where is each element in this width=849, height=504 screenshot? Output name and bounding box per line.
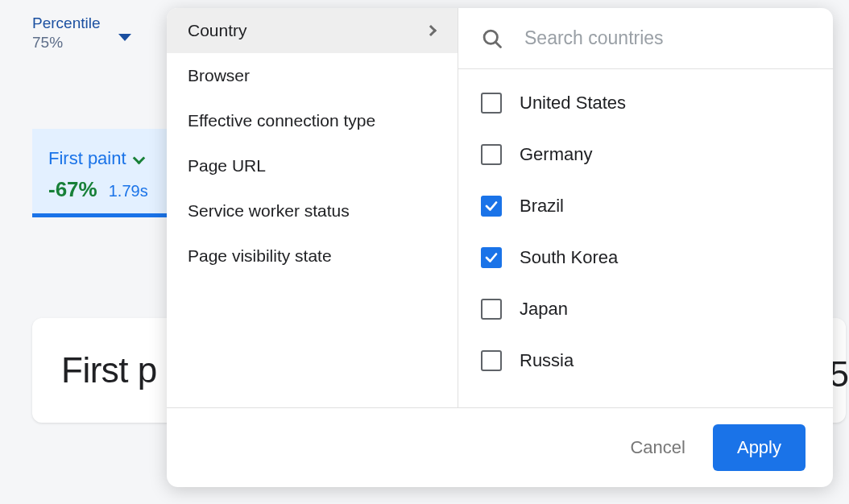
metric-time: 1.79s xyxy=(109,182,148,200)
cancel-button[interactable]: Cancel xyxy=(630,437,685,458)
filter-category-item[interactable]: Effective connection type xyxy=(167,98,458,143)
chevron-right-icon xyxy=(425,25,437,36)
apply-button[interactable]: Apply xyxy=(713,424,806,471)
metric-delta: -67% xyxy=(48,177,97,202)
filter-category-label: Browser xyxy=(188,66,250,85)
trend-down-icon xyxy=(133,152,146,165)
search-row xyxy=(458,8,833,69)
filter-category-label: Service worker status xyxy=(188,201,350,221)
filter-category-item[interactable]: Page visibility state xyxy=(167,233,458,279)
search-icon xyxy=(481,27,503,50)
filter-category-item[interactable]: Browser xyxy=(167,53,458,98)
metric-title: First paint xyxy=(48,148,126,168)
search-input[interactable] xyxy=(524,27,810,49)
filter-category-list: CountryBrowserEffective connection typeP… xyxy=(167,8,458,407)
checkbox[interactable] xyxy=(481,144,502,165)
filter-category-item[interactable]: Country xyxy=(167,8,458,53)
filter-option[interactable]: United States xyxy=(481,77,833,129)
filter-option-label: Russia xyxy=(520,350,574,371)
filter-category-item[interactable]: Service worker status xyxy=(167,188,458,233)
filter-panel: CountryBrowserEffective connection typeP… xyxy=(167,8,833,487)
filter-option[interactable]: Russia xyxy=(481,335,833,386)
filter-option[interactable]: Brazil xyxy=(481,180,833,232)
percentile-label: Percentile xyxy=(32,14,101,32)
checkbox[interactable] xyxy=(481,350,502,371)
filter-option-label: Germany xyxy=(520,144,592,165)
filter-option[interactable]: South Korea xyxy=(481,232,833,283)
checkbox[interactable] xyxy=(481,247,502,268)
caret-down-icon xyxy=(118,34,131,41)
checkbox[interactable] xyxy=(481,299,502,320)
filter-values-pane: United StatesGermanyBrazilSouth KoreaJap… xyxy=(458,8,833,407)
checkbox[interactable] xyxy=(481,93,502,114)
filter-option[interactable]: Japan xyxy=(481,283,833,335)
filter-category-label: Country xyxy=(188,21,247,40)
filter-category-label: Page visibility state xyxy=(188,246,332,266)
filter-options-list: United StatesGermanyBrazilSouth KoreaJap… xyxy=(458,69,833,386)
filter-option-label: Brazil xyxy=(520,196,564,217)
filter-option-label: South Korea xyxy=(520,247,618,268)
filter-option-label: United States xyxy=(520,93,626,114)
svg-line-1 xyxy=(496,42,501,47)
filter-category-item[interactable]: Page URL xyxy=(167,143,458,188)
percentile-value: 75% xyxy=(32,34,101,52)
filter-category-label: Effective connection type xyxy=(188,111,375,130)
checkbox[interactable] xyxy=(481,196,502,217)
filter-panel-footer: Cancel Apply xyxy=(167,407,833,487)
filter-option[interactable]: Germany xyxy=(481,129,833,180)
filter-option-label: Japan xyxy=(520,299,568,320)
filter-category-label: Page URL xyxy=(188,156,266,176)
